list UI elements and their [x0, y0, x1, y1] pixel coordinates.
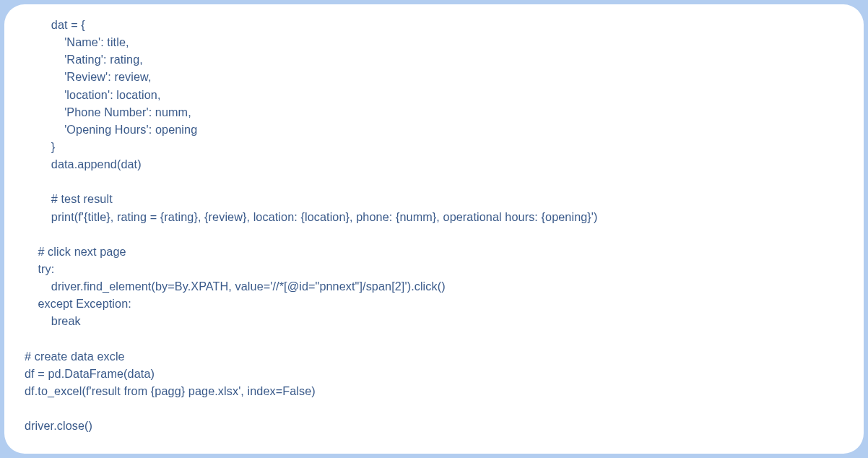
code-block: dat = { 'Name': title, 'Rating': rating,… — [25, 16, 843, 434]
code-card: dat = { 'Name': title, 'Rating': rating,… — [4, 4, 864, 454]
